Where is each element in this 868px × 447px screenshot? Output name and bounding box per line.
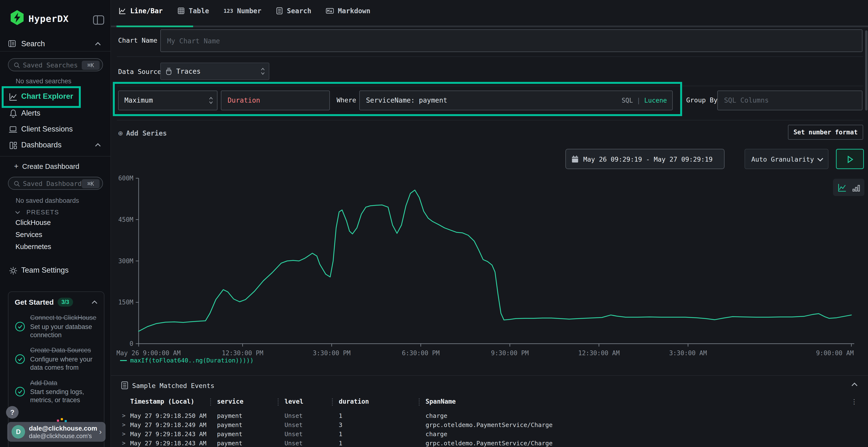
table-row[interactable]: >May 27 9:29:18.250 AMpaymentUnset1charg… xyxy=(111,411,868,420)
table-cell: 1 xyxy=(339,412,342,419)
sidebar-item-client-sessions[interactable]: Client Sessions xyxy=(0,123,111,136)
sidebar: HyperDX Search Saved Searches ⌘K No save… xyxy=(0,0,111,447)
y-tick-label: 600M xyxy=(118,175,133,182)
field-input[interactable]: Duration xyxy=(221,91,330,110)
get-started-task[interactable]: Create Data Sources Configure where your… xyxy=(15,346,98,372)
laptop-icon xyxy=(8,125,18,134)
column-header[interactable]: Timestamp (Local) xyxy=(130,398,194,405)
x-tick-label: 12:30:00 PM xyxy=(222,349,263,357)
table-row[interactable]: >May 27 9:29:18.243 AMpaymentUnset1charg… xyxy=(111,429,868,439)
column-header[interactable]: duration xyxy=(339,398,369,405)
get-started-task[interactable]: Add Data Start sending logs, metrics, or… xyxy=(15,379,98,404)
saved-searches-input[interactable]: Saved Searches ⌘K xyxy=(8,58,103,71)
shortcut-badge: ⌘K xyxy=(82,179,100,188)
chevron-up-icon[interactable] xyxy=(851,382,858,386)
confetti-icon xyxy=(57,419,59,422)
group-by-label: Group By xyxy=(686,96,717,104)
set-number-format-button[interactable]: Set number format xyxy=(788,125,863,140)
data-source-select[interactable]: Traces xyxy=(160,63,269,80)
aggregation-select[interactable]: Maximum xyxy=(118,91,217,110)
column-resize-handle[interactable] xyxy=(419,398,420,406)
tab-table[interactable]: Table xyxy=(177,7,209,15)
sidebar-item-label: Client Sessions xyxy=(21,125,73,133)
tab-line-bar[interactable]: Line/Bar xyxy=(118,7,163,15)
scrollbar-thumb[interactable] xyxy=(865,30,868,110)
lucene-toggle[interactable]: Lucene xyxy=(644,97,667,104)
user-menu[interactable]: D dale@clickhouse.com dale@clickhouse.co… xyxy=(7,422,105,442)
where-label: Where xyxy=(337,96,356,104)
table-cell: payment xyxy=(217,431,242,438)
sidebar-item-label: Alerts xyxy=(21,109,40,117)
tab-number[interactable]: 123 Number xyxy=(223,7,261,15)
timeseries-chart[interactable]: 0150M300M450M600MMay 26 9:00:00 AM12:30:… xyxy=(111,169,868,364)
saved-dashboards-input[interactable]: Saved Dashboards ⌘K xyxy=(8,177,103,190)
sidebar-preset-item[interactable]: ClickHouse xyxy=(16,219,51,227)
add-series-button[interactable]: ⊕ Add Series xyxy=(118,127,167,139)
column-header[interactable]: level xyxy=(284,398,303,405)
task-subtitle: Configure where your data comes from xyxy=(30,355,98,372)
chart-name-input[interactable]: My Chart Name xyxy=(160,29,863,52)
more-options-icon[interactable]: ⋮ xyxy=(851,398,858,405)
row-expand-icon[interactable]: > xyxy=(122,412,125,419)
row-expand-icon[interactable]: > xyxy=(122,421,125,428)
add-series-label: Add Series xyxy=(126,129,167,137)
table-row[interactable]: >May 27 9:29:18.249 AMpaymentUnset3grpc.… xyxy=(111,420,868,429)
column-resize-handle[interactable] xyxy=(278,398,278,406)
tab-label: Search xyxy=(287,7,311,15)
dashboards-grid-icon xyxy=(9,141,18,150)
x-tick-label: 3:30:00 AM xyxy=(669,349,707,357)
column-resize-handle[interactable] xyxy=(332,398,333,406)
aggregation-value: Maximum xyxy=(124,96,153,104)
sql-toggle[interactable]: SQL xyxy=(622,97,633,104)
legend-series-name: maxIf(toFloat640..ng(Duration))))) xyxy=(130,357,254,364)
presets-list: ClickHouseServicesKubernetes xyxy=(16,219,51,255)
chevron-up-icon[interactable] xyxy=(91,300,98,304)
sidebar-item-alerts[interactable]: Alerts xyxy=(0,107,111,121)
run-query-button[interactable] xyxy=(836,149,864,169)
table-cell: charge xyxy=(426,431,447,438)
search-section-icon xyxy=(8,39,16,48)
get-started-task[interactable]: Connect to ClickHouse Set up your databa… xyxy=(15,314,98,339)
column-header[interactable]: SpanName xyxy=(426,398,456,405)
sidebar-preset-item[interactable]: Kubernetes xyxy=(16,243,51,251)
chevron-up-icon[interactable] xyxy=(95,42,101,46)
granularity-select[interactable]: Auto Granularity xyxy=(745,149,829,169)
user-email: dale@clickhouse.com xyxy=(29,425,97,432)
user-subtitle: dale@clickhouse.com's xyxy=(29,433,92,440)
where-input[interactable]: ServiceName: payment SQL | Lucene xyxy=(359,91,673,110)
table-cell: Unset xyxy=(284,421,303,428)
sidebar-item-chart-explorer[interactable]: Chart Explorer xyxy=(0,90,111,104)
date-range-value: May 26 09:29:19 - May 27 09:29:19 xyxy=(583,156,712,163)
help-button[interactable]: ? xyxy=(6,406,19,419)
sidebar-section-search[interactable]: Search xyxy=(21,39,45,48)
sidebar-item-dashboards[interactable]: Dashboards xyxy=(0,139,111,152)
task-title: Add Data xyxy=(30,379,98,387)
sidebar-item-team-settings[interactable]: Team Settings xyxy=(0,264,111,277)
tab-markdown[interactable]: Markdown xyxy=(326,7,370,15)
tab-search[interactable]: Search xyxy=(276,7,311,15)
number-123-icon: 123 xyxy=(223,8,233,14)
row-expand-icon[interactable]: > xyxy=(122,440,125,447)
column-resize-handle[interactable] xyxy=(210,398,211,406)
chevron-up-icon[interactable] xyxy=(95,143,101,147)
database-icon xyxy=(165,67,173,76)
date-range-input[interactable]: May 26 09:29:19 - May 27 09:29:19 xyxy=(565,149,724,169)
table-row[interactable]: >May 27 9:29:18.243 AMpaymentUnset1grpc.… xyxy=(111,439,868,447)
presets-header[interactable]: PRESETS xyxy=(15,209,59,216)
column-header[interactable]: service xyxy=(217,398,244,405)
table-cell: May 27 9:29:18.243 AM xyxy=(130,440,207,447)
table-cell: payment xyxy=(217,440,242,447)
sidebar-preset-item[interactable]: Services xyxy=(16,231,51,239)
create-dashboard-button[interactable]: + Create Dashboard xyxy=(0,161,111,173)
table-cell: payment xyxy=(217,421,242,428)
table-cell: payment xyxy=(217,412,242,419)
chart-name-label: Chart Name xyxy=(118,37,157,44)
no-saved-dashboards-note: No saved dashboards xyxy=(16,197,79,204)
sidebar-collapse-icon[interactable] xyxy=(93,14,105,26)
shortcut-badge: ⌘K xyxy=(82,61,100,70)
row-expand-icon[interactable]: > xyxy=(122,431,125,437)
task-title: Connect to ClickHouse xyxy=(30,314,98,322)
group-by-input[interactable]: SQL Columns xyxy=(717,91,863,110)
saved-dashboards-placeholder: Saved Dashboards xyxy=(23,180,86,187)
check-circle-icon xyxy=(15,386,25,397)
